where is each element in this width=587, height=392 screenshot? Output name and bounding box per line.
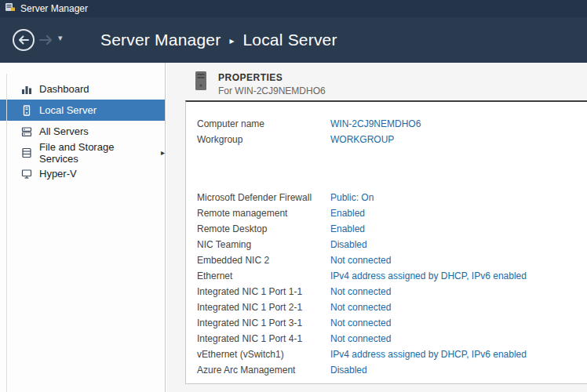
property-value-link[interactable]: IPv4 address assigned by DHCP, IPv6 enab…: [330, 270, 527, 281]
sidebar-item-label: All Servers: [39, 125, 89, 137]
property-value-link[interactable]: IPv4 address assigned by DHCP, IPv6 enab…: [330, 349, 527, 360]
back-button[interactable]: [12, 28, 35, 52]
nav-pane-edge-line: [6, 74, 7, 392]
property-row: Integrated NIC 1 Port 1-1 Not connected: [197, 284, 587, 299]
forward-button-disabled[interactable]: [38, 34, 54, 46]
property-label: Integrated NIC 1 Port 2-1: [197, 302, 330, 313]
property-label: Integrated NIC 1 Port 3-1: [197, 318, 330, 328]
property-row: Remote Desktop Enabled: [197, 221, 587, 237]
property-label: Remote management: [197, 208, 330, 219]
property-label: Ethernet: [197, 270, 330, 281]
property-row: Integrated NIC 1 Port 3-1 Not connected: [197, 315, 587, 331]
property-row: Workgroup WORKGROUP: [197, 132, 587, 147]
hyperv-icon: [21, 169, 32, 180]
servers-icon: [21, 126, 32, 137]
sidebar-item-all-servers[interactable]: All Servers: [0, 121, 165, 142]
property-row: Ethernet IPv4 address assigned by DHCP, …: [197, 268, 587, 284]
sidebar-item-label: Dashboard: [39, 83, 89, 95]
property-value-link[interactable]: Not connected: [330, 333, 391, 344]
property-value-link[interactable]: Not connected: [330, 286, 391, 297]
property-value-link[interactable]: Not connected: [330, 255, 391, 266]
dashboard-icon: [21, 84, 32, 95]
sidebar-item-label: Local Server: [39, 104, 97, 116]
property-row: NIC Teaming Disabled: [197, 237, 587, 252]
property-row: Integrated NIC 1 Port 2-1 Not connected: [197, 299, 587, 315]
window-title: Server Manager: [20, 3, 88, 14]
sidebar-item-label: Hyper-V: [39, 168, 77, 180]
server-icon: [21, 105, 32, 116]
properties-tile-icon: [193, 71, 209, 91]
property-label: Integrated NIC 1 Port 1-1: [197, 286, 330, 297]
property-label: Microsoft Defender Firewall: [197, 192, 330, 203]
server-manager-app-icon: [5, 2, 16, 16]
navigation-bar: ▾ Server Manager ▸ Local Server: [0, 17, 587, 63]
property-value-link[interactable]: WORKGROUP: [330, 134, 394, 145]
property-value-link[interactable]: Not connected: [330, 318, 391, 328]
properties-title: PROPERTIES: [218, 72, 326, 83]
breadcrumb-local-server: Local Server: [242, 31, 337, 49]
property-label: vEthernet (vSwitch1): [197, 349, 330, 360]
property-row: Remote management Enabled: [197, 205, 587, 221]
property-label: NIC Teaming: [197, 239, 330, 250]
property-value-link[interactable]: Public: On: [330, 192, 374, 203]
breadcrumb-server-manager[interactable]: Server Manager: [100, 31, 221, 49]
property-label: Integrated NIC 1 Port 4-1: [197, 333, 330, 344]
property-value-link[interactable]: Not connected: [330, 302, 391, 313]
sidebar-item-local-server[interactable]: Local Server: [0, 100, 165, 121]
property-value-link[interactable]: Disabled: [330, 365, 367, 376]
property-label: Azure Arc Management: [197, 365, 330, 376]
navigation-pane: Dashboard Local Server: [0, 63, 166, 392]
properties-subtitle: For WIN-2CJ9NEMDHO6: [218, 85, 326, 96]
property-label: Remote Desktop: [197, 223, 330, 234]
properties-panel: Computer name WIN-2CJ9NEMDHO6 Workgroup …: [185, 100, 587, 384]
property-value-link[interactable]: Disabled: [330, 239, 367, 250]
main-content: PROPERTIES For WIN-2CJ9NEMDHO6 Computer …: [166, 63, 587, 392]
property-label: Embedded NIC 2: [197, 255, 330, 266]
breadcrumb-separator-icon: ▸: [229, 35, 234, 46]
history-dropdown-caret-icon[interactable]: ▾: [58, 33, 63, 43]
properties-header: PROPERTIES For WIN-2CJ9NEMDHO6: [193, 70, 326, 96]
property-label: Workgroup: [197, 134, 330, 145]
sidebar-item-label: File and Storage Services: [39, 141, 148, 165]
property-row: Azure Arc Management Disabled: [197, 362, 587, 378]
breadcrumb: Server Manager ▸ Local Server: [100, 17, 337, 63]
sidebar-item-file-and-storage-services[interactable]: File and Storage Services ▸: [0, 142, 165, 163]
sidebar-item-dashboard[interactable]: Dashboard: [0, 78, 165, 100]
property-row: Microsoft Defender Firewall Public: On: [197, 190, 587, 205]
property-value-link[interactable]: WIN-2CJ9NEMDHO6: [330, 118, 421, 129]
expand-chevron-icon[interactable]: ▸: [161, 148, 165, 157]
sidebar-item-hyper-v[interactable]: Hyper-V: [0, 163, 165, 184]
file-storage-icon: [21, 147, 32, 158]
property-group-spacer: [197, 147, 587, 190]
property-value-link[interactable]: Enabled: [330, 208, 365, 219]
property-row: Computer name WIN-2CJ9NEMDHO6: [197, 116, 587, 132]
property-label: Computer name: [197, 118, 330, 129]
server-manager-window: Server Manager ▾ Server Manager ▸ Local …: [0, 0, 587, 392]
properties-header-text: PROPERTIES For WIN-2CJ9NEMDHO6: [218, 70, 326, 96]
titlebar: Server Manager: [0, 0, 587, 17]
property-row: vEthernet (vSwitch1) IPv4 address assign…: [197, 347, 587, 362]
property-row: Embedded NIC 2 Not connected: [197, 252, 587, 268]
property-value-link[interactable]: Enabled: [330, 223, 365, 234]
property-row: Integrated NIC 1 Port 4-1 Not connected: [197, 331, 587, 347]
